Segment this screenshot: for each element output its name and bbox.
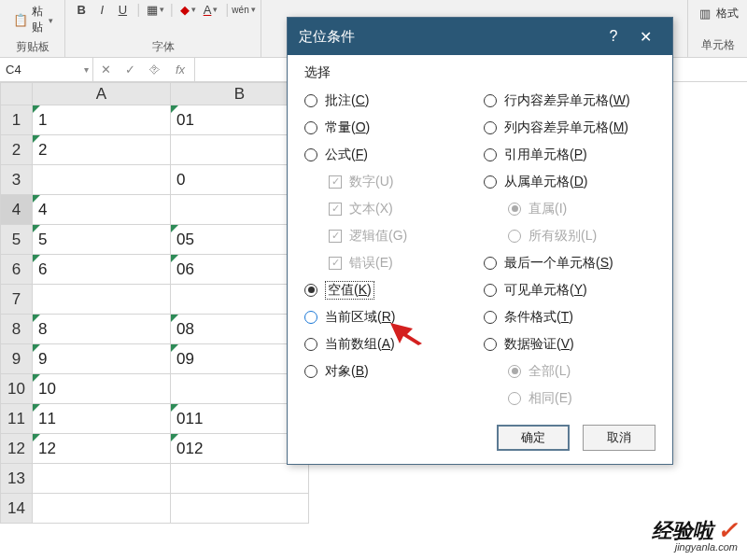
format-icon: ▥ — [698, 7, 712, 21]
cancel-formula-button[interactable]: ✕ — [93, 63, 118, 77]
check-numbers — [329, 175, 342, 189]
cell-A3[interactable] — [33, 165, 171, 195]
cancel-button[interactable]: 取消 — [583, 425, 655, 451]
chevron-down-icon[interactable] — [47, 13, 53, 26]
dialog-title: 定位条件 — [299, 28, 355, 46]
check-text — [329, 203, 342, 216]
check-logicals — [329, 230, 342, 243]
table-row: 8808 — [1, 315, 309, 344]
table-row: 44 — [1, 195, 309, 225]
cell-A7[interactable] — [33, 285, 171, 315]
table-row: 13 — [1, 464, 309, 494]
paste-label: 粘贴 — [32, 4, 43, 35]
phonetic-icon[interactable]: wén — [236, 2, 251, 17]
row-header-6[interactable]: 6 — [1, 255, 33, 285]
font-group-label: 字体 — [75, 39, 251, 57]
radio-col-diff[interactable] — [484, 121, 497, 134]
radio-data-val[interactable] — [484, 338, 497, 351]
cell-A4[interactable]: 4 — [33, 195, 171, 225]
cell-A8[interactable]: 8 — [33, 315, 171, 344]
row-header-1[interactable]: 1 — [1, 105, 33, 135]
cell-A14[interactable] — [33, 494, 171, 524]
table-row: 1101 — [1, 105, 309, 135]
row-header-13[interactable]: 13 — [1, 464, 33, 494]
ok-button[interactable]: 确定 — [497, 425, 570, 451]
radio-comments[interactable] — [304, 94, 317, 107]
section-label: 选择 — [304, 64, 655, 81]
row-header-7[interactable]: 7 — [1, 285, 33, 315]
table-row: 9909 — [1, 344, 309, 374]
check-errors — [329, 257, 342, 270]
bold-icon[interactable]: B — [75, 2, 88, 17]
font-color-icon[interactable]: A — [204, 2, 218, 17]
radio-current-region[interactable] — [304, 311, 317, 324]
italic-icon[interactable]: I — [95, 2, 108, 17]
format-label: 格式 — [716, 6, 739, 21]
formula-dropdown-button[interactable]: ⯑ — [142, 63, 166, 77]
name-box[interactable]: C4 — [0, 58, 93, 81]
row-header-14[interactable]: 14 — [1, 494, 33, 524]
cell-A5[interactable]: 5 — [33, 225, 171, 255]
enter-formula-button[interactable]: ✓ — [118, 63, 142, 77]
radio-visible[interactable] — [484, 284, 497, 297]
radio-all-levels — [508, 230, 521, 243]
watermark: 经验啦✓ jingyanla.com — [652, 516, 738, 553]
cell-A6[interactable]: 6 — [33, 255, 171, 285]
row-header-2[interactable]: 2 — [1, 135, 33, 165]
radio-formulas[interactable] — [304, 148, 317, 161]
cells-group-label: 单元格 — [701, 37, 735, 55]
radio-direct — [508, 203, 521, 216]
row-header-3[interactable]: 3 — [1, 165, 33, 195]
row-header-5[interactable]: 5 — [1, 225, 33, 255]
fx-icon[interactable]: fx — [166, 63, 194, 77]
table-row: 1111011 — [1, 404, 309, 434]
radio-row-diff[interactable] — [484, 94, 497, 107]
goto-special-dialog: 定位条件 ? ✕ 选择 批注(C) 常量(O) 公式(F) 数字(U) 文本(X… — [287, 17, 673, 465]
table-row: 7 — [1, 285, 309, 315]
underline-icon[interactable]: U — [116, 2, 129, 17]
close-icon[interactable]: ✕ — [629, 28, 661, 46]
ribbon-right-partial: ▥ 格式 单元格 — [687, 0, 747, 58]
sep: | — [136, 2, 140, 17]
row-header-11[interactable]: 11 — [1, 404, 33, 434]
row-header-8[interactable]: 8 — [1, 315, 33, 344]
select-all-corner[interactable] — [1, 83, 33, 105]
help-button[interactable]: ? — [598, 28, 629, 45]
radio-current-array[interactable] — [304, 338, 317, 351]
cell-B14[interactable] — [171, 494, 309, 524]
row-header-12[interactable]: 12 — [1, 434, 33, 464]
radio-precedents[interactable] — [484, 148, 497, 161]
row-header-9[interactable]: 9 — [1, 344, 33, 374]
row-header-4[interactable]: 4 — [1, 195, 33, 225]
clipboard-group-label: 剪贴板 — [9, 39, 55, 57]
table-row: 5505 — [1, 225, 309, 255]
cell-A2[interactable]: 2 — [33, 135, 171, 165]
radio-same — [508, 392, 521, 405]
sep: | — [170, 2, 174, 17]
radio-constants[interactable] — [304, 121, 317, 134]
table-row: 6606 — [1, 255, 309, 285]
sep: | — [225, 2, 229, 17]
cell-B13[interactable] — [171, 464, 309, 494]
row-header-10[interactable]: 10 — [1, 374, 33, 404]
cell-A10[interactable]: 10 — [33, 374, 171, 404]
radio-last-cell[interactable] — [484, 257, 497, 270]
radio-dependents[interactable] — [484, 175, 497, 189]
dialog-titlebar[interactable]: 定位条件 ? ✕ — [288, 18, 672, 55]
radio-objects[interactable] — [304, 365, 317, 378]
column-header-A[interactable]: A — [33, 83, 171, 105]
format-button[interactable]: ▥ 格式 — [694, 4, 742, 23]
cell-A13[interactable] — [33, 464, 171, 494]
cell-A12[interactable]: 12 — [33, 434, 171, 464]
radio-blanks[interactable] — [304, 284, 317, 297]
radio-cond-fmt[interactable] — [484, 311, 497, 324]
border-icon[interactable]: ▦ — [148, 2, 162, 17]
fill-color-icon[interactable]: ◆ — [181, 2, 196, 17]
cell-A9[interactable]: 9 — [33, 344, 171, 374]
paste-button[interactable]: 📋 粘贴 — [9, 2, 55, 37]
cell-A11[interactable]: 11 — [33, 404, 171, 434]
table-row: 1212012 — [1, 434, 309, 464]
table-row: 1010 — [1, 374, 309, 404]
table-row: 22 — [1, 135, 309, 165]
cell-A1[interactable]: 1 — [33, 105, 171, 135]
